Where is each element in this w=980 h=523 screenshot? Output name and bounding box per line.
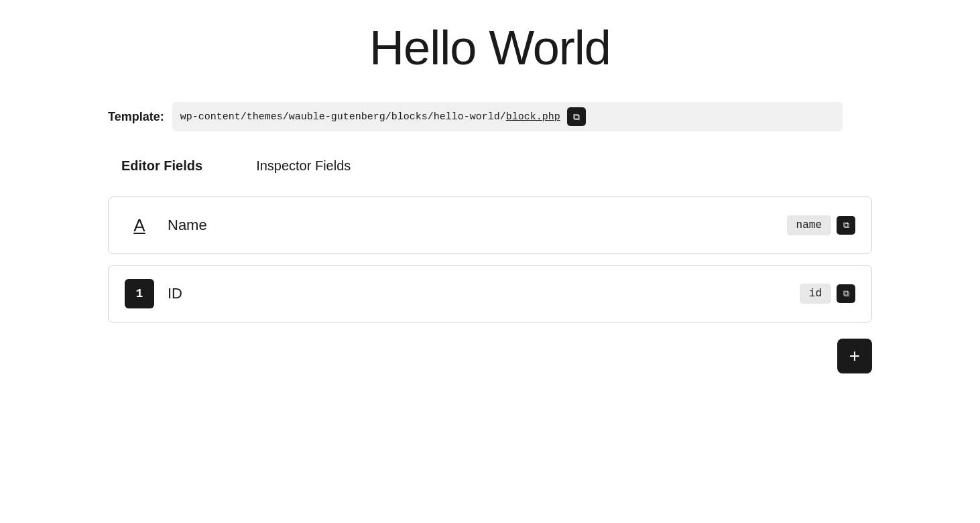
text-icon-glyph: A <box>133 215 145 236</box>
field-key-container-id: id ⧉ <box>800 284 855 304</box>
template-path: wp-content/themes/wauble-gutenberg/block… <box>180 111 560 123</box>
field-key-id: id <box>800 284 831 304</box>
copy-field-key-id-button[interactable]: ⧉ <box>837 284 855 303</box>
template-path-container: wp-content/themes/wauble-gutenberg/block… <box>172 102 843 131</box>
template-path-file: block.php <box>506 111 560 123</box>
copy-icon: ⧉ <box>843 220 849 231</box>
tab-inspector-fields[interactable]: Inspector Fields <box>256 158 351 176</box>
copy-icon: ⧉ <box>843 288 849 299</box>
field-key-name: name <box>787 215 831 235</box>
tab-editor-fields[interactable]: Editor Fields <box>121 158 202 176</box>
page-title: Hello World <box>108 0 872 102</box>
template-path-prefix: wp-content/themes/wauble-gutenberg/block… <box>180 111 506 123</box>
copy-icon: ⧉ <box>573 111 580 123</box>
copy-template-path-button[interactable]: ⧉ <box>567 107 586 126</box>
add-button-row: + <box>108 339 872 373</box>
field-icon-number: 1 <box>125 279 154 308</box>
fields-list: A Name name ⧉ 1 ID id ⧉ <box>108 196 872 323</box>
add-field-button[interactable]: + <box>837 339 872 373</box>
field-icon-text: A <box>125 211 154 240</box>
field-row-name: A Name name ⧉ <box>108 196 872 254</box>
number-icon-glyph: 1 <box>136 287 143 300</box>
tabs-row: Editor Fields Inspector Fields <box>108 158 872 176</box>
copy-field-key-name-button[interactable]: ⧉ <box>837 216 855 235</box>
field-key-container-name: name ⧉ <box>787 215 855 235</box>
template-row: Template: wp-content/themes/wauble-guten… <box>108 102 872 131</box>
template-label: Template: <box>108 110 164 124</box>
field-label-id: ID <box>168 285 800 302</box>
field-label-name: Name <box>168 217 787 234</box>
field-row-id: 1 ID id ⧉ <box>108 265 872 323</box>
